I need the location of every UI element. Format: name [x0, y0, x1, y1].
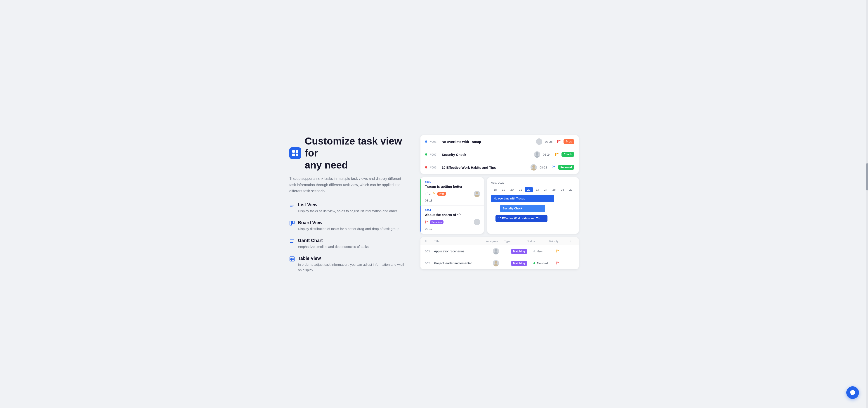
td-num: 003	[425, 250, 434, 253]
svg-point-30	[495, 249, 497, 252]
th-num: #	[425, 239, 434, 243]
svg-rect-13	[290, 257, 294, 261]
feature-list-view: List View Display tasks as list view, so…	[289, 202, 407, 214]
td-num: 002	[425, 262, 434, 265]
chat-button[interactable]	[846, 386, 859, 399]
right-column: #008 No overtime with Tracup 08-25 Pros …	[421, 135, 579, 269]
flag-icon	[432, 192, 436, 196]
card-date: 08-17	[425, 227, 480, 230]
avatar	[530, 164, 537, 171]
gantt-bar-row: Security Check	[491, 205, 575, 212]
gantt-panel: Aug, 2022 18 19 20 21 22 23 24 25 26 27	[487, 177, 579, 234]
svg-point-21	[532, 165, 535, 168]
gantt-bar-row: No overtime with Tracup	[491, 195, 575, 202]
flag-icon	[555, 152, 559, 156]
gantt-chart-desc: Emphasize timeline and dependencies of t…	[298, 244, 369, 250]
svg-point-17	[538, 139, 540, 142]
svg-point-20	[535, 155, 539, 158]
gantt-date: 24	[541, 187, 550, 192]
gantt-dates: 18 19 20 21 22 23 24 25 26 27	[491, 187, 575, 192]
th-title: Title	[434, 239, 486, 243]
feature-list: List View Display tasks as list view, so…	[289, 202, 407, 273]
th-add: +	[567, 239, 574, 243]
subtask-count: 2	[425, 192, 431, 196]
svg-point-29	[475, 223, 479, 225]
task-date: 08-23	[539, 166, 549, 169]
gantt-date: 19	[499, 187, 508, 192]
page-title: Customize task view for any need	[305, 135, 407, 171]
svg-rect-2	[292, 153, 295, 156]
brand-header: Customize task view for any need	[289, 135, 407, 171]
task-list-panel: #008 No overtime with Tracup 08-25 Pros …	[421, 135, 579, 174]
scroll-thumb[interactable]	[866, 163, 868, 191]
avatar	[536, 138, 542, 145]
table-row: 002 Project leader implementati... Match…	[421, 257, 579, 269]
card-task-id: #005	[425, 180, 480, 184]
left-column: Customize task view for any need Tracup …	[289, 135, 407, 273]
feature-gantt-chart: Gantt Chart Emphasize timeline and depen…	[289, 238, 407, 250]
status-dot	[533, 262, 535, 264]
task-dot	[425, 153, 427, 155]
card-date: 08-18	[425, 199, 480, 202]
task-dot	[425, 141, 427, 143]
table-view-icon	[289, 256, 295, 262]
card-badge: Pros	[437, 192, 446, 196]
avatar	[493, 248, 499, 255]
board-card-item: #004 About the charm of "/" Function 08-…	[421, 206, 484, 234]
svg-rect-1	[296, 150, 298, 153]
task-dot	[425, 166, 427, 169]
td-priority	[556, 261, 574, 265]
table-panel: # Title Assignee Type Status Priority + …	[421, 237, 579, 269]
card-task-name: About the charm of "/"	[425, 213, 480, 217]
task-date: 08-24	[543, 153, 552, 156]
gantt-chart-title: Gantt Chart	[298, 238, 369, 243]
gantt-date: 21	[516, 187, 525, 192]
table-row: #007 Security Check 08-24 Check	[421, 148, 579, 161]
svg-point-28	[475, 220, 478, 223]
card-task-id: #004	[425, 209, 480, 212]
td-status: Finished	[533, 262, 556, 265]
avatar	[493, 260, 499, 266]
avatar	[474, 191, 480, 197]
table-row: #008 No overtime with Tracup 08-25 Pros	[421, 135, 579, 148]
gantt-bars: No overtime with Tracup Security Check 1…	[491, 195, 575, 222]
td-assignee	[493, 248, 511, 255]
td-assignee	[493, 260, 511, 266]
svg-rect-9	[292, 221, 294, 224]
gantt-date: 25	[550, 187, 558, 192]
gantt-chart-icon	[289, 238, 295, 244]
task-badge: Personal	[558, 165, 574, 170]
gantt-date: 18	[491, 187, 499, 192]
gantt-bar: Security Check	[500, 205, 545, 212]
task-name: No overtime with Tracup	[442, 140, 533, 144]
avatar	[534, 151, 540, 158]
svg-point-18	[537, 143, 541, 145]
list-view-icon	[289, 203, 295, 208]
td-title: Application Scenarios	[434, 250, 493, 253]
table-row: #006 10 Effective Work Habits and Tips 0…	[421, 161, 579, 174]
svg-point-26	[475, 192, 478, 194]
task-badge: Pros	[563, 139, 574, 144]
gantt-date: 27	[567, 187, 575, 192]
flag-icon	[425, 221, 428, 224]
gantt-bar-row: 10 Effective Work Habits and Tip	[491, 215, 575, 222]
th-type: Type	[504, 239, 527, 243]
svg-rect-3	[296, 153, 298, 156]
middle-row: #005 Tracup is getting better! 2 Pros	[421, 177, 579, 234]
hero-subtitle: Tracup supports rank tasks in multiple t…	[289, 175, 407, 194]
scroll-track[interactable]	[866, 0, 868, 408]
svg-rect-8	[290, 221, 291, 225]
flag-icon	[551, 165, 555, 169]
status-dot	[533, 250, 535, 252]
gantt-date: 26	[558, 187, 567, 192]
td-type: Matching	[511, 261, 533, 265]
flag-icon	[556, 249, 560, 253]
board-view-desc: Display distribution of tasks for a bett…	[298, 226, 399, 232]
feature-board-view: Board View Display distribution of tasks…	[289, 220, 407, 232]
gantt-date-active: 22	[525, 187, 533, 192]
board-cards-panel: #005 Tracup is getting better! 2 Pros	[421, 177, 484, 234]
task-badge: Check	[561, 152, 574, 157]
card-badge: Function	[430, 220, 443, 224]
svg-point-22	[531, 168, 536, 171]
table-view-desc: In order to adjust task information, you…	[298, 262, 407, 273]
